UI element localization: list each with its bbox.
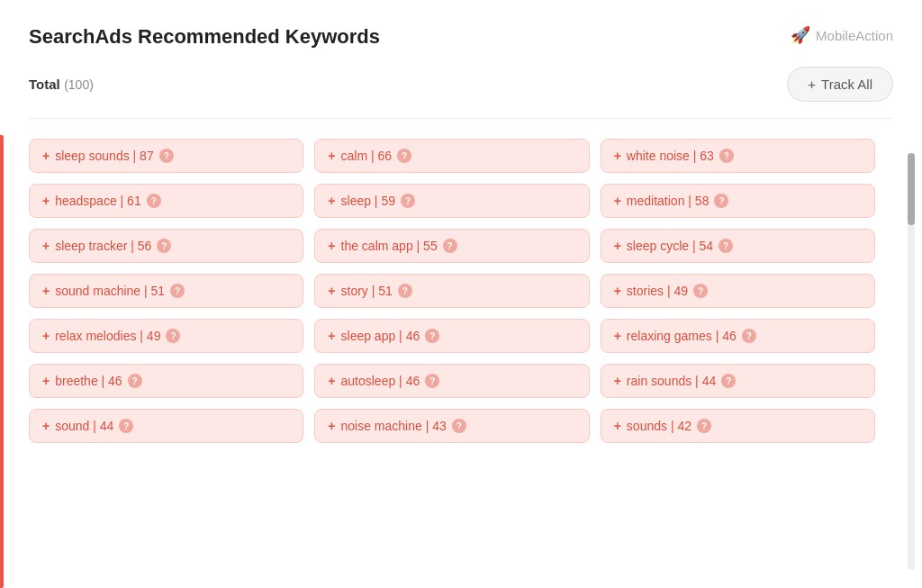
keyword-info-icon[interactable]: ? <box>147 194 161 208</box>
subheader: Total (100) + Track All <box>29 67 893 102</box>
keyword-text: breethe | 46 <box>55 374 122 388</box>
keyword-tag[interactable]: +sleep cycle | 54? <box>601 229 875 263</box>
keyword-text: autosleep | 46 <box>341 374 420 388</box>
keyword-text: sleep tracker | 56 <box>55 239 151 253</box>
keyword-info-icon[interactable]: ? <box>693 284 708 298</box>
keyword-plus-icon: + <box>328 374 335 388</box>
brand-logo: 🚀 MobileAction <box>791 25 893 45</box>
keyword-info-icon[interactable]: ? <box>401 194 415 208</box>
page-title: SearchAds Recommended Keywords <box>29 25 380 49</box>
keyword-plus-icon: + <box>328 329 335 343</box>
keyword-info-icon[interactable]: ? <box>159 149 174 163</box>
keyword-info-icon[interactable]: ? <box>128 374 142 388</box>
keyword-info-icon[interactable]: ? <box>166 329 180 343</box>
keyword-text: meditation | 58 <box>627 194 710 208</box>
keyword-info-icon[interactable]: ? <box>714 194 728 208</box>
keyword-text: sleep | 59 <box>341 194 395 208</box>
keyword-plus-icon: + <box>42 419 50 433</box>
keyword-info-icon[interactable]: ? <box>425 374 439 388</box>
keyword-plus-icon: + <box>614 284 621 298</box>
keyword-tag[interactable]: +sleep | 59? <box>314 184 589 218</box>
keyword-tag[interactable]: +relax melodies | 49? <box>29 319 303 353</box>
keyword-plus-icon: + <box>328 419 335 433</box>
keyword-info-icon[interactable]: ? <box>719 149 734 163</box>
keyword-plus-icon: + <box>614 329 621 343</box>
keyword-text: rain sounds | 44 <box>627 374 716 388</box>
keyword-tag[interactable]: +autosleep | 46? <box>314 364 589 398</box>
keyword-tag[interactable]: +meditation | 58? <box>601 184 875 218</box>
keyword-tag[interactable]: +sounds | 42? <box>601 409 875 443</box>
keyword-text: sounds | 42 <box>627 419 692 433</box>
keyword-plus-icon: + <box>614 194 621 208</box>
keyword-info-icon[interactable]: ? <box>452 419 466 433</box>
keywords-grid: +sleep sounds | 87?+calm | 66?+white noi… <box>29 139 893 443</box>
keyword-plus-icon: + <box>328 239 335 253</box>
keyword-info-icon[interactable]: ? <box>119 419 133 433</box>
keyword-plus-icon: + <box>614 419 621 433</box>
keyword-tag[interactable]: +calm | 66? <box>314 139 589 173</box>
keyword-tag[interactable]: +story | 51? <box>314 274 589 308</box>
keyword-tag[interactable]: +the calm app | 55? <box>314 229 589 263</box>
keyword-tag[interactable]: +headspace | 61? <box>29 184 303 218</box>
keyword-info-icon[interactable]: ? <box>425 329 439 343</box>
keyword-plus-icon: + <box>42 149 50 163</box>
keyword-text: noise machine | 43 <box>341 419 447 433</box>
keyword-info-icon[interactable]: ? <box>398 284 412 298</box>
keyword-plus-icon: + <box>328 284 335 298</box>
keyword-text: sleep cycle | 54 <box>627 239 713 253</box>
brand-name: MobileAction <box>816 28 893 43</box>
keyword-info-icon[interactable]: ? <box>443 239 457 253</box>
keyword-tag[interactable]: +sleep sounds | 87? <box>29 139 303 173</box>
keyword-text: sleep sounds | 87 <box>55 149 154 163</box>
total-label: Total <box>29 77 60 92</box>
keyword-text: sound | 44 <box>55 419 113 433</box>
keyword-plus-icon: + <box>42 194 50 208</box>
keyword-text: sleep app | 46 <box>341 329 420 343</box>
keyword-text: calm | 66 <box>341 149 393 163</box>
track-all-label: Track All <box>821 77 872 92</box>
keyword-tag[interactable]: +rain sounds | 44? <box>601 364 875 398</box>
keyword-text: story | 51 <box>341 284 393 298</box>
left-accent-bar <box>0 135 4 588</box>
keyword-text: stories | 49 <box>627 284 688 298</box>
keyword-tag[interactable]: +sound machine | 51? <box>29 274 303 308</box>
keyword-tag[interactable]: +white noise | 63? <box>601 139 875 173</box>
scrollbar-thumb[interactable] <box>908 153 915 225</box>
keyword-tag[interactable]: +breethe | 46? <box>29 364 303 398</box>
keyword-text: relax melodies | 49 <box>55 329 160 343</box>
keyword-info-icon[interactable]: ? <box>742 329 756 343</box>
track-all-plus: + <box>808 77 816 92</box>
keyword-plus-icon: + <box>328 194 335 208</box>
keyword-info-icon[interactable]: ? <box>697 419 711 433</box>
brand-icon: 🚀 <box>791 25 810 45</box>
divider <box>29 118 893 119</box>
keyword-text: sound machine | 51 <box>55 284 165 298</box>
keyword-plus-icon: + <box>42 329 50 343</box>
track-all-button[interactable]: + Track All <box>787 67 893 102</box>
keyword-text: headspace | 61 <box>55 194 141 208</box>
keyword-plus-icon: + <box>42 239 50 253</box>
keyword-text: the calm app | 55 <box>341 239 438 253</box>
keyword-info-icon[interactable]: ? <box>157 239 171 253</box>
keyword-text: white noise | 63 <box>627 149 714 163</box>
keyword-info-icon[interactable]: ? <box>719 239 733 253</box>
keyword-tag[interactable]: +stories | 49? <box>601 274 875 308</box>
keyword-tag[interactable]: +relaxing games | 46? <box>601 319 875 353</box>
keyword-info-icon[interactable]: ? <box>397 149 411 163</box>
keyword-tag[interactable]: +sleep tracker | 56? <box>29 229 303 263</box>
keyword-tag[interactable]: +sleep app | 46? <box>314 319 589 353</box>
keyword-tag[interactable]: +noise machine | 43? <box>314 409 589 443</box>
keyword-tag[interactable]: +sound | 44? <box>29 409 303 443</box>
header: SearchAds Recommended Keywords 🚀 MobileA… <box>29 25 893 49</box>
keyword-plus-icon: + <box>42 284 50 298</box>
main-container: SearchAds Recommended Keywords 🚀 MobileA… <box>0 0 922 588</box>
keyword-plus-icon: + <box>614 149 621 163</box>
keyword-plus-icon: + <box>328 149 335 163</box>
scrollbar-track[interactable] <box>908 153 915 570</box>
keyword-text: relaxing games | 46 <box>627 329 737 343</box>
keyword-info-icon[interactable]: ? <box>170 284 185 298</box>
keyword-plus-icon: + <box>614 239 621 253</box>
keyword-info-icon[interactable]: ? <box>721 374 736 388</box>
total-section: Total (100) <box>29 77 94 93</box>
keyword-plus-icon: + <box>42 374 50 388</box>
